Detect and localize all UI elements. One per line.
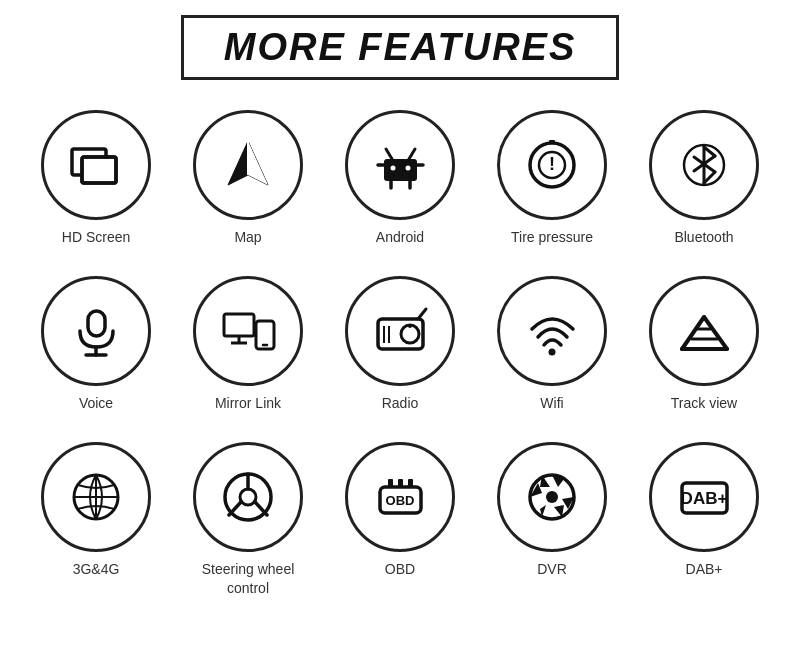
svg-rect-28 [224, 314, 254, 336]
radio-label: Radio [382, 394, 419, 412]
voice-label: Voice [79, 394, 113, 412]
hd-screen-icon [64, 133, 129, 198]
svg-point-39 [548, 348, 555, 355]
3g4g-icon [64, 465, 129, 530]
dab-icon-circle: DAB+ [649, 442, 759, 552]
tire-pressure-label: Tire pressure [511, 228, 593, 246]
feature-wifi: Wifi [476, 266, 628, 422]
steering-wheel-icon [216, 465, 281, 530]
android-label: Android [376, 228, 424, 246]
3g4g-label: 3G&4G [73, 560, 120, 578]
features-grid: HD Screen Map [20, 100, 780, 607]
map-label: Map [234, 228, 261, 246]
voice-icon [64, 299, 129, 364]
dvr-label: DVR [537, 560, 567, 578]
obd-icon-circle: OBD [345, 442, 455, 552]
obd-label: OBD [385, 560, 415, 578]
header-banner: MORE FEATURES [181, 15, 620, 80]
dab-label: DAB+ [686, 560, 723, 578]
track-view-label: Track view [671, 394, 737, 412]
svg-rect-56 [398, 479, 403, 488]
svg-line-40 [682, 317, 704, 349]
svg-line-41 [704, 317, 727, 349]
feature-bluetooth: Bluetooth [628, 100, 780, 256]
svg-point-37 [408, 324, 412, 328]
dvr-icon [520, 465, 585, 530]
svg-rect-6 [384, 159, 417, 181]
feature-voice: Voice [20, 266, 172, 422]
feature-track-view: Track view [628, 266, 780, 422]
feature-mirror-link: Mirror Link [172, 266, 324, 422]
wifi-label: Wifi [540, 394, 563, 412]
feature-hd-screen: HD Screen [20, 100, 172, 256]
dvr-icon-circle [497, 442, 607, 552]
svg-point-8 [405, 165, 410, 170]
mirror-link-label: Mirror Link [215, 394, 281, 412]
hd-screen-label: HD Screen [62, 228, 130, 246]
radio-icon [368, 299, 433, 364]
feature-steering-wheel: Steering wheel control [172, 432, 324, 606]
svg-point-60 [546, 491, 558, 503]
feature-obd: OBD OBD [324, 432, 476, 606]
feature-tire-pressure: ! Tire pressure [476, 100, 628, 256]
wifi-icon [520, 299, 585, 364]
feature-android: Android [324, 100, 476, 256]
svg-rect-18 [549, 140, 555, 144]
map-icon-circle [193, 110, 303, 220]
map-icon [216, 133, 281, 198]
android-icon-circle [345, 110, 455, 220]
obd-icon: OBD [368, 465, 433, 530]
3g4g-icon-circle [41, 442, 151, 552]
steering-wheel-label: Steering wheel control [202, 560, 295, 596]
feature-dab: DAB+ DAB+ [628, 432, 780, 606]
svg-point-7 [390, 165, 395, 170]
svg-text:DAB+: DAB+ [680, 489, 727, 508]
steering-wheel-icon-circle [193, 442, 303, 552]
svg-text:OBD: OBD [385, 493, 414, 508]
page-title: MORE FEATURES [224, 26, 577, 69]
svg-rect-25 [88, 311, 105, 336]
dab-icon: DAB+ [672, 465, 737, 530]
android-icon [368, 133, 433, 198]
radio-icon-circle [345, 276, 455, 386]
wifi-icon-circle [497, 276, 607, 386]
svg-rect-57 [408, 479, 413, 488]
feature-dvr: DVR [476, 432, 628, 606]
bluetooth-icon-circle [649, 110, 759, 220]
tire-pressure-icon-circle: ! [497, 110, 607, 220]
svg-rect-55 [388, 479, 393, 488]
svg-line-51 [229, 502, 241, 515]
svg-line-10 [409, 149, 415, 159]
hd-screen-icon-circle [41, 110, 151, 220]
tire-pressure-icon: ! [520, 133, 585, 198]
track-view-icon-circle [649, 276, 759, 386]
svg-rect-1 [82, 157, 116, 183]
feature-radio: Radio [324, 266, 476, 422]
bluetooth-label: Bluetooth [674, 228, 733, 246]
bluetooth-icon [672, 133, 737, 198]
svg-text:!: ! [549, 154, 555, 174]
svg-line-9 [386, 149, 392, 159]
track-view-icon [672, 299, 737, 364]
mirror-link-icon-circle [193, 276, 303, 386]
feature-3g4g: 3G&4G [20, 432, 172, 606]
voice-icon-circle [41, 276, 151, 386]
svg-line-38 [418, 309, 426, 319]
svg-line-52 [255, 502, 267, 515]
feature-map: Map [172, 100, 324, 256]
mirror-link-icon [216, 299, 281, 364]
